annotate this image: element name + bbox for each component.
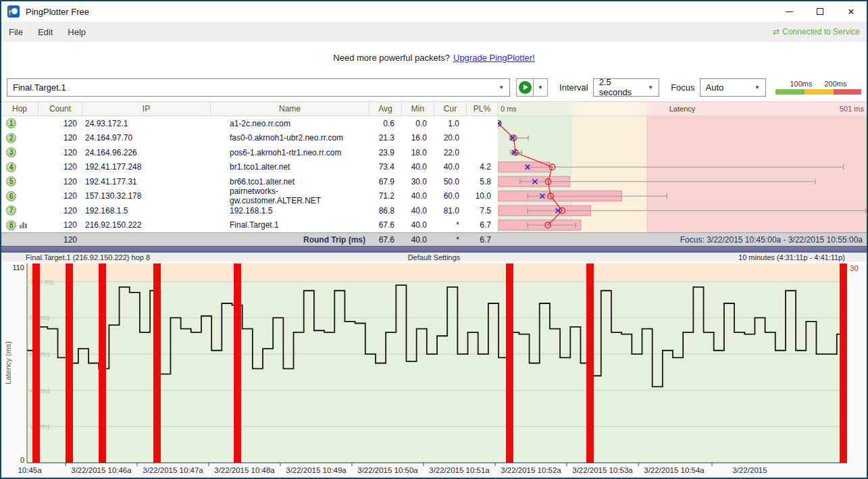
x-axis-label: 3/22/2015 10:47a: [143, 466, 203, 474]
pl-cell: 6.7: [467, 218, 498, 233]
pl-cell: [467, 116, 498, 131]
pl-cell: 7.5: [467, 203, 498, 218]
start-trace-button[interactable]: [516, 78, 534, 97]
x-axis-label: 10:45a: [18, 466, 42, 474]
summary-avg: 67.6: [369, 235, 402, 245]
minimize-button[interactable]: [773, 1, 805, 22]
ip-cell: 157.130.32.178: [82, 189, 211, 204]
upgrade-text: Need more powerful packets?: [333, 53, 450, 63]
header-hop[interactable]: Hop: [1, 102, 39, 116]
menu-help[interactable]: Help: [60, 22, 93, 42]
latency-color-bar: [775, 89, 861, 95]
cur-cell: *: [434, 218, 467, 233]
upgrade-link[interactable]: Upgrade PingPlotter!: [453, 53, 535, 63]
header-count[interactable]: Count: [39, 102, 82, 116]
hop-latency-band: [498, 160, 867, 175]
hop-number-badge: 4: [6, 162, 16, 172]
hop-cell: 4: [1, 160, 39, 175]
header-avg[interactable]: Avg: [369, 102, 402, 116]
interval-combobox[interactable]: 2.5 seconds ▼: [593, 78, 659, 97]
timeline-settings-label: Default Settings: [1, 253, 867, 261]
pl-cell: [467, 131, 498, 146]
menu-edit[interactable]: Edit: [30, 22, 60, 42]
chevron-down-icon[interactable]: ▼: [749, 84, 765, 91]
legend-segment: [834, 89, 861, 95]
y-max-label: 110: [12, 263, 24, 272]
x-axis-label: 3/22/2015 10:46a: [71, 466, 132, 474]
round-trip-summary-row: 120 Round Trip (ms) 67.6 40.0 * 6.7 Focu…: [1, 232, 867, 246]
legend-segment: [805, 89, 834, 95]
trace-table-header: Hop Count IP Name Avg Min Cur PL% 0 ms L…: [1, 101, 867, 116]
ip-cell: 24.164.97.70: [82, 131, 211, 146]
maximize-button[interactable]: [805, 1, 836, 22]
table-row[interactable]: 212024.164.97.70fas0-0.akrnoh1-ubr2.neo.…: [1, 131, 867, 146]
interval-value: 2.5 seconds: [599, 77, 643, 97]
legend-segment: [775, 89, 805, 95]
hop-number-badge: 3: [6, 147, 16, 157]
table-row[interactable]: 4120192.41.177.248br1.tco1.alter.net73.4…: [1, 160, 867, 175]
hop-number-badge: 2: [6, 133, 16, 143]
packet-loss-event-bar: [32, 263, 40, 463]
start-options-dropdown[interactable]: ▼: [534, 78, 548, 97]
ip-cell: 192.41.177.248: [82, 160, 211, 175]
table-row[interactable]: 312024.164.96.226pos6-1.akrnoh1-rtr1.neo…: [1, 145, 867, 160]
hop-number-badge: 5: [6, 176, 16, 186]
hop-latency-band: [498, 218, 867, 233]
warn-band: [27, 263, 847, 282]
count-cell: 120: [39, 160, 82, 175]
min-cell: 18.0: [402, 145, 434, 160]
x-axis-label: 3/22/2015 10:49a: [286, 466, 347, 474]
x-axis-label: 3/22/2015 10:50a: [357, 466, 418, 474]
chevron-down-icon[interactable]: ▼: [642, 84, 659, 91]
table-row[interactable]: 5120192.41.177.31br66.tco1.alter.net67.9…: [1, 174, 867, 189]
table-row[interactable]: 8120216.92.150.222Final.Target.167.640.0…: [1, 218, 867, 233]
avg-cell: 21.3: [369, 131, 402, 146]
avg-cell: 71.2: [369, 189, 402, 204]
min-cell: 16.0: [402, 131, 434, 146]
legend-200ms-label: 200ms: [824, 80, 846, 88]
name-cell: a1-2c.neo.rr.com: [211, 116, 369, 131]
table-row[interactable]: 112024.93.172.1a1-2c.neo.rr.com0.60.01.0: [1, 116, 867, 131]
count-cell: 120: [39, 116, 82, 131]
packet-loss-event-bar: [234, 263, 241, 463]
hop-cell: 8: [1, 218, 39, 233]
count-cell: 120: [39, 189, 82, 204]
upgrade-banner: Need more powerful packets? Upgrade Ping…: [1, 42, 867, 73]
min-cell: 40.0: [402, 218, 434, 233]
hop-cell: 6: [1, 189, 39, 204]
header-cur[interactable]: Cur: [434, 102, 467, 116]
timeline-graph[interactable]: 100 ms80 ms60 ms40 ms20 ms1100Latency (m…: [1, 261, 867, 479]
header-min[interactable]: Min: [402, 102, 434, 116]
cur-cell: 1.0: [434, 116, 467, 131]
connection-status-label: Connected to Service: [782, 27, 860, 36]
window-title: PingPlotter Free: [26, 7, 89, 17]
table-row[interactable]: 7120192.168.1.5192.168.1.586.840.081.07.…: [1, 203, 867, 218]
chevron-down-icon[interactable]: ▼: [493, 84, 509, 91]
cur-cell: 40.0: [434, 160, 467, 175]
pl-cell: 10.0: [467, 189, 498, 204]
hop-latency-band: [498, 131, 867, 146]
splitter-handle[interactable]: [1, 246, 867, 253]
close-button[interactable]: ✕: [836, 1, 867, 22]
title-bar: PingPlotter Free ✕: [1, 1, 867, 22]
packet-loss-event-bar: [66, 263, 73, 463]
ip-cell: 192.41.177.31: [82, 174, 211, 189]
x-axis-label: 3/22/2015 10:53a: [572, 466, 633, 474]
avg-cell: 67.6: [369, 218, 402, 233]
count-cell: 120: [39, 145, 82, 160]
header-name[interactable]: Name: [211, 102, 369, 116]
menu-file[interactable]: File: [1, 22, 30, 42]
hop-latency-band: [498, 116, 867, 131]
target-combobox[interactable]: Final.Target.1 ▼: [7, 78, 510, 97]
hop-number-badge: 6: [6, 191, 16, 201]
summary-pl: 6.7: [467, 235, 498, 245]
ip-cell: 24.164.96.226: [82, 145, 211, 160]
table-row[interactable]: 6120157.130.32.178pairnetworks-gw.custom…: [1, 189, 867, 204]
header-pl[interactable]: PL%: [467, 102, 498, 116]
focus-combobox[interactable]: Auto ▼: [700, 78, 766, 97]
y-min-label: 0: [20, 456, 24, 464]
header-ip[interactable]: IP: [82, 102, 211, 116]
name-cell: pairnetworks-gw.customer.ALTER.NET: [211, 189, 369, 204]
ip-cell: 192.168.1.5: [82, 203, 211, 218]
packet-loss-event-bar: [840, 263, 847, 463]
